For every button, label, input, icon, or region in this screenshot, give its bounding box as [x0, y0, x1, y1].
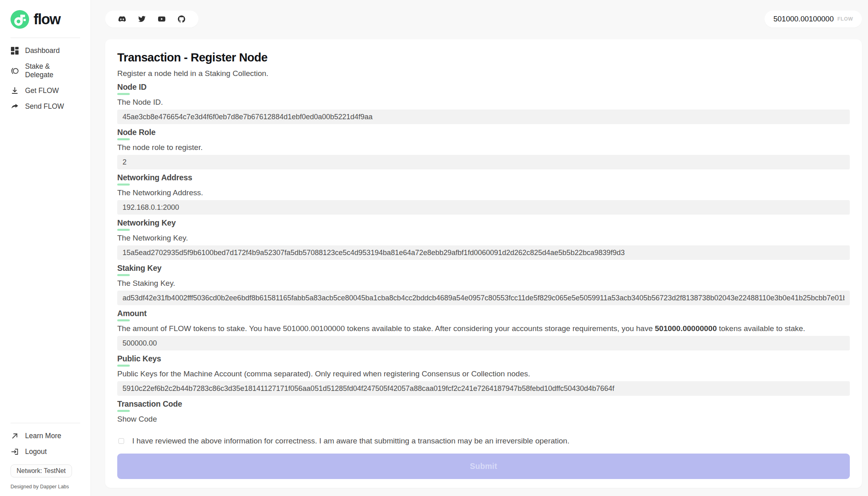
send-arrow-icon: [11, 102, 19, 111]
field-label: Node Role: [117, 128, 850, 137]
label-underline: [117, 365, 130, 367]
topbar: 501000.00100000 FLOW: [105, 11, 862, 27]
label-underline: [117, 319, 130, 321]
amount-desc-after: tokens available to stake.: [717, 324, 805, 333]
field-node-role: Node Role The node role to register.: [117, 128, 850, 169]
networking-key-input[interactable]: [117, 245, 850, 260]
github-icon[interactable]: [178, 15, 185, 23]
amount-input[interactable]: [117, 336, 850, 350]
confirmation-text: I have reviewed the above information fo…: [132, 437, 569, 445]
sidebar-divider-top: [11, 38, 80, 38]
confirmation-row: I have reviewed the above information fo…: [117, 437, 850, 445]
label-underline: [117, 229, 130, 231]
page-title: Transaction - Register Node: [117, 51, 850, 63]
show-code-toggle[interactable]: Show Code: [117, 415, 157, 424]
staking-key-input[interactable]: [117, 291, 850, 305]
balance-amount: 501000.00100000: [773, 15, 834, 23]
field-description: The node role to register.: [117, 143, 850, 152]
download-icon: [11, 87, 19, 95]
field-description: The Networking Key.: [117, 234, 850, 243]
amount-desc-before: The amount of FLOW tokens to stake. You …: [117, 324, 655, 333]
sidebar-item-learn-more[interactable]: Learn More: [0, 428, 91, 444]
field-description: The Node ID.: [117, 98, 850, 107]
public-keys-input[interactable]: [117, 381, 850, 396]
sidebar-item-send-flow[interactable]: Send FLOW: [0, 99, 91, 114]
sidebar-item-label: Logout: [25, 447, 47, 456]
field-label: Networking Key: [117, 219, 850, 227]
field-label: Staking Key: [117, 264, 850, 272]
twitter-icon[interactable]: [138, 15, 146, 23]
field-networking-key: Networking Key The Networking Key.: [117, 219, 850, 260]
field-transaction-code: Transaction Code Show Code: [117, 400, 850, 424]
app-root: flow Dashboard Stake & Delegate: [0, 0, 868, 496]
sidebar-item-label: Learn More: [25, 432, 61, 440]
amount-desc-available: 501000.00000000: [655, 324, 717, 333]
account-balance-pill: 501000.00100000 FLOW: [765, 11, 862, 27]
field-description: The Networking Address.: [117, 188, 850, 197]
social-links-pill: [105, 11, 199, 27]
page-subtitle: Register a node held in a Staking Collec…: [117, 69, 850, 78]
balance-currency: FLOW: [837, 16, 853, 22]
flow-wordmark: flow: [34, 11, 60, 28]
field-label: Amount: [117, 309, 850, 318]
sidebar-item-label: Stake & Delegate: [25, 62, 80, 79]
field-label: Public Keys: [117, 355, 850, 363]
stake-delegate-icon: [11, 67, 19, 75]
field-description: The amount of FLOW tokens to stake. You …: [117, 324, 850, 333]
logout-icon: [11, 447, 19, 456]
sidebar-item-stake-delegate[interactable]: Stake & Delegate: [0, 59, 91, 83]
dashboard-grid-icon: [11, 46, 19, 55]
youtube-icon[interactable]: [158, 15, 165, 23]
sidebar-item-label: Dashboard: [25, 46, 60, 55]
designed-by-credit: Designed by Dapper Labs: [11, 484, 91, 490]
field-amount: Amount The amount of FLOW tokens to stak…: [117, 309, 850, 350]
node-id-input[interactable]: [117, 110, 850, 124]
field-label: Node ID: [117, 83, 850, 91]
field-label: Transaction Code: [117, 400, 850, 408]
label-underline: [117, 184, 130, 186]
field-label: Networking Address: [117, 173, 850, 182]
field-description: Public Keys for the Machine Account (com…: [117, 369, 850, 378]
main-content: 501000.00100000 FLOW Transaction - Regis…: [91, 0, 868, 496]
network-badge: Network: TestNet: [11, 464, 72, 477]
networking-address-input[interactable]: [117, 200, 850, 215]
field-staking-key: Staking Key The Staking Key.: [117, 264, 850, 305]
discord-icon[interactable]: [118, 15, 126, 23]
sidebar: flow Dashboard Stake & Delegate: [0, 0, 91, 496]
label-underline: [117, 93, 130, 95]
field-description: The Staking Key.: [117, 279, 850, 288]
sidebar-item-label: Send FLOW: [25, 102, 64, 111]
flow-logo[interactable]: flow: [0, 0, 91, 29]
field-networking-address: Networking Address The Networking Addres…: [117, 173, 850, 215]
label-underline: [117, 138, 130, 140]
field-node-id: Node ID The Node ID.: [117, 83, 850, 124]
flow-logo-icon: [11, 10, 29, 29]
sidebar-nav: Dashboard Stake & Delegate Get FLOW: [0, 43, 91, 114]
label-underline: [117, 410, 130, 412]
label-underline: [117, 274, 130, 276]
sidebar-item-dashboard[interactable]: Dashboard: [0, 43, 91, 59]
submit-button[interactable]: Submit: [117, 454, 850, 479]
confirmation-checkbox[interactable]: [118, 438, 124, 444]
sidebar-item-logout[interactable]: Logout: [0, 444, 91, 460]
transaction-card: Transaction - Register Node Register a n…: [105, 39, 862, 488]
external-link-icon: [11, 432, 19, 440]
sidebar-divider-bottom: [11, 423, 80, 423]
field-public-keys: Public Keys Public Keys for the Machine …: [117, 355, 850, 396]
sidebar-spacer: [0, 114, 91, 414]
sidebar-item-label: Get FLOW: [25, 87, 59, 95]
sidebar-item-get-flow[interactable]: Get FLOW: [0, 83, 91, 99]
node-role-input[interactable]: [117, 155, 850, 169]
